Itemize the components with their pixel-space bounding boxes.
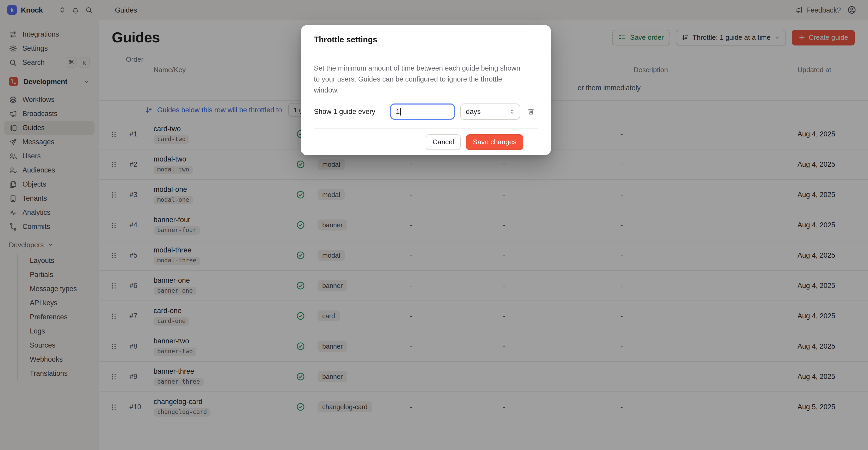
throttle-value-input[interactable]: 1 <box>390 104 455 120</box>
remove-throttle-button[interactable] <box>527 108 535 115</box>
save-changes-label: Save changes <box>473 138 517 146</box>
text-cursor <box>400 108 401 115</box>
cancel-label: Cancel <box>433 138 454 146</box>
throttle-settings-modal: Throttle settings Set the minimum amount… <box>301 25 551 155</box>
select-stepper-icon <box>509 108 516 115</box>
save-changes-button[interactable]: Save changes <box>466 134 523 150</box>
throttle-field-label: Show 1 guide every <box>314 108 390 115</box>
modal-title: Throttle settings <box>314 35 377 44</box>
throttle-value: 1 <box>396 108 400 115</box>
modal-description: Set the minimum amount of time between e… <box>314 63 528 96</box>
trash-icon <box>527 108 535 115</box>
throttle-unit-value: days <box>466 108 481 115</box>
cancel-button[interactable]: Cancel <box>426 134 461 150</box>
throttle-unit-select[interactable]: days <box>460 104 520 120</box>
